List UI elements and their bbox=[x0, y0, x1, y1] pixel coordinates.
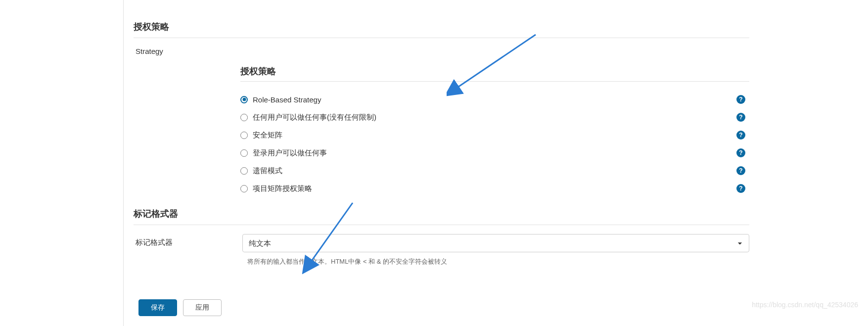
main-content: None 授权策略 Strategy 授权策略 Role-Based Strat… bbox=[134, 0, 868, 326]
strategy-option-project-matrix: 项目矩阵授权策略 ? bbox=[240, 180, 749, 197]
radio-anyone[interactable] bbox=[240, 114, 248, 121]
radio-label[interactable]: 安全矩阵 bbox=[253, 131, 282, 140]
strategy-sub-title: 授权策略 bbox=[240, 65, 749, 77]
help-icon[interactable]: ? bbox=[736, 148, 745, 157]
formatter-hint: 将所有的输入都当作纯文本。HTML中像 < 和 & 的不安全字符会被转义 bbox=[247, 257, 749, 266]
radio-legacy[interactable] bbox=[240, 167, 248, 175]
formatter-field-label: 标记格式器 bbox=[136, 234, 242, 247]
strategy-option-loggedin: 登录用户可以做任何事 ? bbox=[240, 144, 749, 162]
radio-matrix[interactable] bbox=[240, 132, 248, 139]
save-button[interactable]: 保存 bbox=[138, 299, 177, 316]
strategy-option-matrix: 安全矩阵 ? bbox=[240, 126, 749, 144]
apply-button[interactable]: 应用 bbox=[183, 299, 222, 316]
help-icon[interactable]: ? bbox=[736, 166, 745, 175]
strategy-subsection: 授权策略 Role-Based Strategy ? 任何用户可以做任何事(没有… bbox=[240, 65, 749, 197]
radio-label[interactable]: 遗留模式 bbox=[253, 166, 282, 176]
radio-label[interactable]: 项目矩阵授权策略 bbox=[253, 184, 312, 193]
divider bbox=[134, 38, 749, 38]
radio-label[interactable]: 任何用户可以做任何事(没有任何限制) bbox=[253, 113, 376, 122]
help-icon[interactable]: ? bbox=[736, 131, 745, 140]
strategy-field-label: Strategy bbox=[136, 47, 749, 55]
divider bbox=[134, 225, 749, 225]
strategy-option-anyone: 任何用户可以做任何事(没有任何限制) ? bbox=[240, 108, 749, 126]
divider bbox=[240, 81, 749, 82]
radio-role-based[interactable] bbox=[240, 96, 248, 103]
authorization-section: 授权策略 Strategy 授权策略 Role-Based Strategy ?… bbox=[134, 21, 749, 197]
help-icon[interactable]: ? bbox=[736, 184, 745, 193]
help-icon[interactable]: ? bbox=[736, 113, 745, 122]
strategy-radio-list: Role-Based Strategy ? 任何用户可以做任何事(没有任何限制)… bbox=[240, 91, 749, 197]
formatter-row: 标记格式器 纯文本 将所有的输入都当作纯文本。HTML中像 < 和 & 的不安全… bbox=[134, 234, 749, 266]
auth-section-title: 授权策略 bbox=[134, 21, 749, 33]
strategy-option-role-based: Role-Based Strategy ? bbox=[240, 91, 749, 108]
formatter-select[interactable]: 纯文本 bbox=[242, 234, 749, 252]
radio-loggedin[interactable] bbox=[240, 149, 248, 157]
radio-label[interactable]: Role-Based Strategy bbox=[253, 95, 321, 104]
formatter-section: 标记格式器 标记格式器 纯文本 将所有的输入都当作纯文本。HTML中像 < 和 … bbox=[134, 208, 749, 266]
button-bar: 保存 应用 bbox=[138, 299, 222, 316]
formatter-title: 标记格式器 bbox=[134, 208, 749, 220]
left-sidebar bbox=[0, 0, 124, 326]
help-icon[interactable]: ? bbox=[736, 95, 745, 104]
radio-project-matrix[interactable] bbox=[240, 185, 248, 192]
strategy-option-legacy: 遗留模式 ? bbox=[240, 162, 749, 180]
radio-label[interactable]: 登录用户可以做任何事 bbox=[253, 148, 327, 158]
watermark: https://blog.csdn.net/qq_42534026 bbox=[752, 301, 858, 309]
